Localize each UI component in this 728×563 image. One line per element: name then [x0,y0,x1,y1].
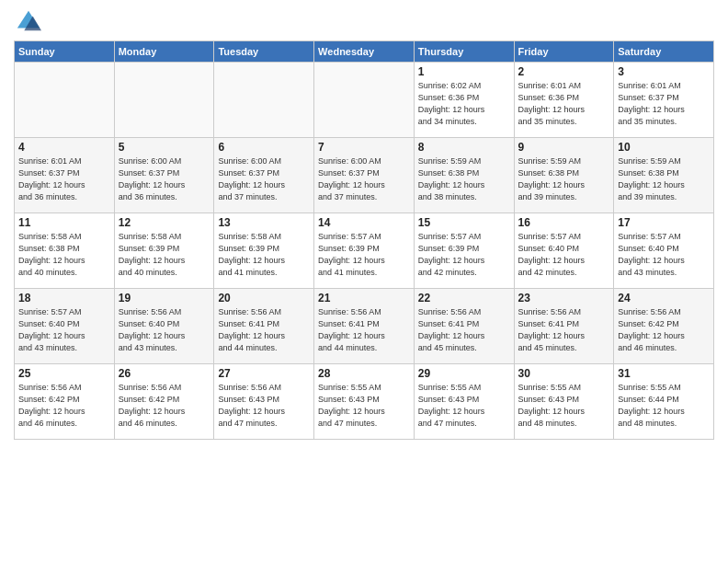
weekday-monday: Monday [114,41,214,63]
day-cell: 27Sunrise: 5:56 AM Sunset: 6:43 PM Dayli… [214,364,314,440]
day-info: Sunrise: 5:56 AM Sunset: 6:43 PM Dayligh… [218,382,310,430]
day-info: Sunrise: 5:57 AM Sunset: 6:40 PM Dayligh… [518,231,610,279]
day-number: 20 [218,292,310,304]
weekday-friday: Friday [514,41,614,63]
day-cell: 10Sunrise: 5:59 AM Sunset: 6:38 PM Dayli… [614,138,714,213]
day-cell: 17Sunrise: 5:57 AM Sunset: 6:40 PM Dayli… [614,213,714,289]
logo-icon [16,9,41,35]
day-info: Sunrise: 5:59 AM Sunset: 6:38 PM Dayligh… [618,155,710,203]
day-cell: 14Sunrise: 5:57 AM Sunset: 6:39 PM Dayli… [314,213,415,289]
day-cell: 25Sunrise: 5:56 AM Sunset: 6:42 PM Dayli… [15,364,115,440]
day-number: 1 [418,65,510,78]
day-info: Sunrise: 5:58 AM Sunset: 6:39 PM Dayligh… [119,231,210,279]
day-info: Sunrise: 5:57 AM Sunset: 6:40 PM Dayligh… [618,231,710,279]
day-number: 21 [318,292,410,304]
week-row-2: 4Sunrise: 6:01 AM Sunset: 6:37 PM Daylig… [15,138,714,213]
day-number: 6 [218,141,310,154]
day-number: 4 [18,141,110,154]
day-info: Sunrise: 5:56 AM Sunset: 6:42 PM Dayligh… [119,382,210,430]
day-info: Sunrise: 5:58 AM Sunset: 6:39 PM Dayligh… [218,231,310,279]
day-info: Sunrise: 5:59 AM Sunset: 6:38 PM Dayligh… [518,155,610,203]
day-number: 13 [218,216,310,229]
day-cell: 15Sunrise: 5:57 AM Sunset: 6:39 PM Dayli… [414,213,514,289]
day-cell [114,63,214,138]
day-cell: 22Sunrise: 5:56 AM Sunset: 6:41 PM Dayli… [414,289,514,364]
day-info: Sunrise: 5:59 AM Sunset: 6:38 PM Dayligh… [418,155,510,203]
day-info: Sunrise: 6:00 AM Sunset: 6:37 PM Dayligh… [318,155,410,203]
day-number: 31 [618,367,710,380]
calendar-table: SundayMondayTuesdayWednesdayThursdayFrid… [14,40,714,440]
day-cell: 31Sunrise: 5:55 AM Sunset: 6:44 PM Dayli… [614,364,714,440]
day-info: Sunrise: 6:01 AM Sunset: 6:37 PM Dayligh… [18,155,110,203]
day-cell: 6Sunrise: 6:00 AM Sunset: 6:37 PM Daylig… [214,138,314,213]
day-number: 17 [618,216,710,229]
day-cell: 26Sunrise: 5:56 AM Sunset: 6:42 PM Dayli… [114,364,214,440]
day-cell: 19Sunrise: 5:56 AM Sunset: 6:40 PM Dayli… [114,289,214,364]
day-info: Sunrise: 5:57 AM Sunset: 6:39 PM Dayligh… [318,231,410,279]
day-info: Sunrise: 5:57 AM Sunset: 6:39 PM Dayligh… [418,231,510,279]
day-number: 28 [318,367,410,380]
day-number: 10 [618,141,710,154]
day-cell [314,63,415,138]
day-cell: 30Sunrise: 5:55 AM Sunset: 6:43 PM Dayli… [514,364,614,440]
day-number: 25 [18,367,110,380]
day-cell: 11Sunrise: 5:58 AM Sunset: 6:38 PM Dayli… [15,213,115,289]
day-number: 15 [418,216,510,229]
day-cell [15,63,115,138]
day-cell: 2Sunrise: 6:01 AM Sunset: 6:36 PM Daylig… [514,63,614,138]
day-number: 16 [518,216,610,229]
day-cell: 5Sunrise: 6:00 AM Sunset: 6:37 PM Daylig… [114,138,214,213]
day-number: 29 [418,367,510,380]
day-cell: 21Sunrise: 5:56 AM Sunset: 6:41 PM Dayli… [314,289,415,364]
day-number: 12 [119,216,210,229]
week-row-1: 1Sunrise: 6:02 AM Sunset: 6:36 PM Daylig… [15,63,714,138]
day-info: Sunrise: 6:01 AM Sunset: 6:36 PM Dayligh… [518,80,610,128]
day-cell: 1Sunrise: 6:02 AM Sunset: 6:36 PM Daylig… [414,63,514,138]
day-info: Sunrise: 5:55 AM Sunset: 6:43 PM Dayligh… [318,382,410,430]
day-cell: 24Sunrise: 5:56 AM Sunset: 6:42 PM Dayli… [614,289,714,364]
day-info: Sunrise: 6:02 AM Sunset: 6:36 PM Dayligh… [418,80,510,128]
day-cell [214,63,314,138]
weekday-tuesday: Tuesday [214,41,314,63]
day-info: Sunrise: 5:55 AM Sunset: 6:43 PM Dayligh… [518,382,610,430]
day-number: 23 [518,292,610,304]
day-info: Sunrise: 5:56 AM Sunset: 6:42 PM Dayligh… [18,382,110,430]
day-cell: 29Sunrise: 5:55 AM Sunset: 6:43 PM Dayli… [414,364,514,440]
day-cell: 16Sunrise: 5:57 AM Sunset: 6:40 PM Dayli… [514,213,614,289]
day-info: Sunrise: 5:56 AM Sunset: 6:41 PM Dayligh… [518,306,610,354]
week-row-5: 25Sunrise: 5:56 AM Sunset: 6:42 PM Dayli… [15,364,714,440]
day-info: Sunrise: 5:56 AM Sunset: 6:42 PM Dayligh… [618,306,710,354]
day-number: 14 [318,216,410,229]
weekday-sunday: Sunday [15,41,115,63]
day-info: Sunrise: 6:01 AM Sunset: 6:37 PM Dayligh… [618,80,710,128]
day-number: 3 [618,65,710,78]
day-number: 2 [518,65,610,78]
day-number: 18 [18,292,110,304]
day-cell: 8Sunrise: 5:59 AM Sunset: 6:38 PM Daylig… [414,138,514,213]
logo [14,9,41,35]
day-info: Sunrise: 5:56 AM Sunset: 6:41 PM Dayligh… [318,306,410,354]
day-info: Sunrise: 6:00 AM Sunset: 6:37 PM Dayligh… [119,155,210,203]
day-cell: 28Sunrise: 5:55 AM Sunset: 6:43 PM Dayli… [314,364,415,440]
week-row-3: 11Sunrise: 5:58 AM Sunset: 6:38 PM Dayli… [15,213,714,289]
calendar-page: SundayMondayTuesdayWednesdayThursdayFrid… [0,0,728,563]
day-number: 7 [318,141,410,154]
day-info: Sunrise: 5:58 AM Sunset: 6:38 PM Dayligh… [18,231,110,279]
day-number: 30 [518,367,610,380]
day-number: 26 [119,367,210,380]
day-info: Sunrise: 5:56 AM Sunset: 6:41 PM Dayligh… [418,306,510,354]
day-cell: 20Sunrise: 5:56 AM Sunset: 6:41 PM Dayli… [214,289,314,364]
day-cell: 4Sunrise: 6:01 AM Sunset: 6:37 PM Daylig… [15,138,115,213]
day-info: Sunrise: 5:55 AM Sunset: 6:44 PM Dayligh… [618,382,710,430]
header [14,9,714,35]
weekday-saturday: Saturday [614,41,714,63]
day-info: Sunrise: 5:57 AM Sunset: 6:40 PM Dayligh… [18,306,110,354]
day-cell: 7Sunrise: 6:00 AM Sunset: 6:37 PM Daylig… [314,138,415,213]
day-cell: 3Sunrise: 6:01 AM Sunset: 6:37 PM Daylig… [614,63,714,138]
weekday-wednesday: Wednesday [314,41,415,63]
day-number: 11 [18,216,110,229]
day-number: 19 [119,292,210,304]
day-info: Sunrise: 6:00 AM Sunset: 6:37 PM Dayligh… [218,155,310,203]
day-number: 27 [218,367,310,380]
weekday-thursday: Thursday [414,41,514,63]
